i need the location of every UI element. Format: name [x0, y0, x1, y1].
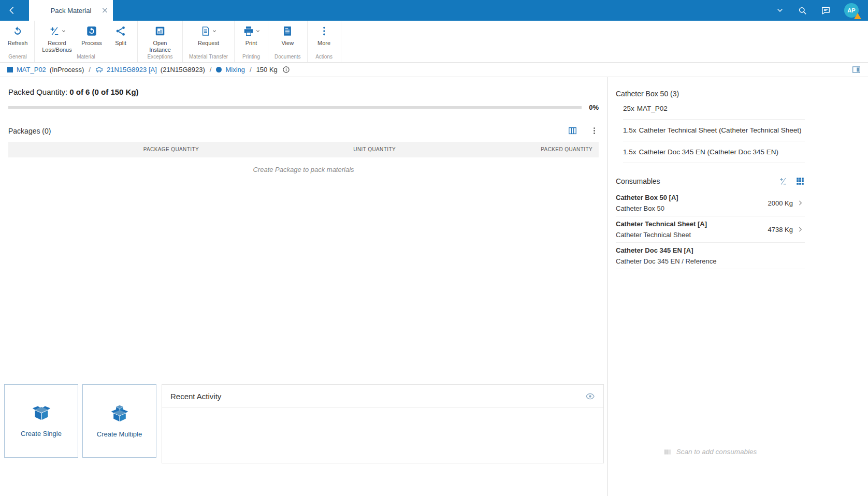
grid-icon[interactable]	[795, 177, 805, 186]
bom-item[interactable]: 1.5xCatheter Doc 345 EN (Catheter Doc 34…	[623, 141, 805, 163]
open-instance-button[interactable]: Open Instance	[140, 21, 180, 54]
bom-item-qty: 1.5x	[623, 148, 636, 156]
topbar-actions: AP	[776, 3, 868, 18]
packed-quantity-label: Packed Quantity:	[8, 87, 67, 96]
column-packed-quantity[interactable]: PACKED QUANTITY	[402, 142, 599, 157]
consumable-item[interactable]: Catheter Technical Sheet [A] Catheter Te…	[616, 216, 805, 243]
chevron-left-icon	[7, 6, 17, 15]
recent-activity-panel: Recent Activity	[162, 384, 604, 463]
breadcrumb-material-link[interactable]: MAT_P02	[17, 66, 46, 74]
ribbon-group-material-transfer: Request Material Transfer	[183, 21, 235, 62]
main-panel: Packed Quantity:0 of 6 (0 of 150 Kg) 0% …	[0, 77, 607, 496]
kebab-menu-icon[interactable]	[590, 126, 599, 135]
packed-quantity-section: Packed Quantity:0 of 6 (0 of 150 Kg) 0%	[0, 77, 607, 111]
chevron-right-icon[interactable]	[797, 199, 804, 207]
split-button[interactable]: Split	[106, 21, 135, 54]
bom-item-name: MAT_P02	[637, 105, 668, 112]
equipment-icon	[95, 66, 103, 74]
ribbon-group-exceptions: Open Instance Exceptions	[138, 21, 183, 62]
scan-hint: Scan to add consumables	[616, 448, 805, 456]
button-label: More	[317, 40, 330, 47]
ribbon-group-printing: Print Printing	[235, 21, 268, 62]
tab-close-icon[interactable]	[102, 8, 108, 13]
ribbon-group-material: Record Loss/Bonus Process Split Material	[35, 21, 138, 62]
button-label: Refresh	[8, 40, 28, 47]
consumable-name: Catheter Box 50 [A]	[616, 194, 678, 201]
chat-icon[interactable]	[821, 6, 831, 16]
breadcrumb-equipment-link[interactable]: 21N15G8923 [A]	[107, 66, 157, 74]
ribbon-toolbar: Refresh General Record Loss/Bonus Proces…	[0, 21, 868, 63]
consumable-item[interactable]: Catheter Doc 345 EN [A] Catheter Doc 345…	[616, 243, 805, 269]
barcode-scanner-icon	[664, 448, 672, 456]
create-single-button[interactable]: Create Single	[4, 384, 78, 458]
eye-icon[interactable]	[585, 391, 595, 401]
chevron-down-icon	[62, 29, 66, 33]
progress-bar	[8, 106, 582, 109]
ribbon-group-label: Material	[37, 54, 135, 62]
ribbon-group-label: Material Transfer	[185, 54, 232, 62]
back-button[interactable]	[0, 0, 24, 21]
columns-icon[interactable]	[568, 126, 577, 136]
consumable-subtitle: Catheter Technical Sheet	[616, 231, 707, 239]
process-button[interactable]: Process	[77, 21, 106, 54]
ribbon-group-documents: View Documents	[268, 21, 308, 62]
stacked-boxes-icon	[110, 404, 129, 424]
scan-hint-text: Scan to add consumables	[676, 448, 757, 456]
button-label: Open Instance	[143, 40, 177, 53]
create-multiple-label: Create Multiple	[97, 430, 142, 438]
record-loss-bonus-icon	[49, 25, 60, 37]
consumable-quantity: 4738 Kg	[768, 226, 793, 234]
consumable-item[interactable]: Catheter Box 50 [A] Catheter Box 50 2000…	[616, 190, 805, 216]
bom-item[interactable]: 1.5xCatheter Technical Sheet (Catheter T…	[623, 120, 805, 141]
progress-row: 0%	[8, 104, 599, 111]
material-icon	[7, 67, 13, 72]
button-label: Record Loss/Bonus	[40, 40, 74, 53]
refresh-button[interactable]: Refresh	[3, 21, 32, 54]
step-icon	[216, 67, 222, 72]
search-icon[interactable]	[798, 6, 807, 16]
button-label: Request	[198, 40, 219, 47]
top-bar: Pack Material AP	[0, 0, 868, 21]
consumable-quantity: 2000 Kg	[768, 199, 793, 207]
ribbon-group-general: Refresh General	[1, 21, 35, 62]
ribbon-group-label: Printing	[237, 54, 266, 62]
consumable-subtitle: Catheter Box 50	[616, 205, 678, 212]
avatar[interactable]: AP	[844, 3, 859, 18]
breadcrumb-step-link[interactable]: Mixing	[225, 66, 245, 74]
create-single-label: Create Single	[21, 430, 62, 437]
chevron-down-icon[interactable]	[776, 6, 784, 14]
print-button[interactable]: Print	[237, 21, 266, 54]
tab-pack-material[interactable]: Pack Material	[29, 0, 113, 21]
breadcrumb-quantity: 150 Kg	[256, 66, 278, 74]
packages-header: Packages (0)	[8, 126, 599, 136]
view-button[interactable]: View	[273, 21, 302, 54]
recent-activity-title: Recent Activity	[170, 392, 221, 401]
split-icon	[115, 25, 126, 37]
create-multiple-button[interactable]: Create Multiple	[82, 384, 156, 458]
create-actions: Create Single Create Multiple	[4, 384, 156, 458]
packages-title: Packages (0)	[8, 127, 51, 135]
more-button[interactable]: More	[310, 21, 339, 54]
chevron-right-icon[interactable]	[797, 226, 804, 233]
button-label: View	[281, 40, 294, 47]
packages-table-header: PACKAGE QUANTITY UNIT QUANTITY PACKED QU…	[8, 142, 599, 157]
adjust-quantity-icon[interactable]	[778, 177, 788, 186]
column-unit-quantity[interactable]: UNIT QUANTITY	[205, 142, 402, 157]
material-state: (InProcess)	[50, 66, 84, 74]
request-button[interactable]: Request	[194, 21, 223, 54]
packed-quantity-value: 0 of 6 (0 of 150 Kg)	[69, 87, 138, 96]
request-icon	[200, 25, 211, 37]
ribbon-group-label: Exceptions	[140, 54, 180, 62]
consumable-name: Catheter Doc 345 EN [A]	[616, 246, 716, 254]
info-icon[interactable]	[282, 66, 290, 74]
consumable-subtitle: Catheter Doc 345 EN / Reference	[616, 257, 716, 265]
ribbon-group-label: Actions	[310, 54, 339, 62]
bom-item[interactable]: 25xMAT_P02	[623, 98, 805, 120]
panel-toggle-icon[interactable]	[852, 65, 861, 74]
column-package-quantity[interactable]: PACKAGE QUANTITY	[8, 142, 205, 157]
chevron-down-icon	[256, 29, 260, 33]
avatar-initials: AP	[847, 7, 855, 13]
record-loss-bonus-button[interactable]: Record Loss/Bonus	[37, 21, 77, 54]
packages-empty-message: Create Package to pack materials	[0, 166, 607, 173]
progress-percent: 0%	[589, 104, 599, 111]
